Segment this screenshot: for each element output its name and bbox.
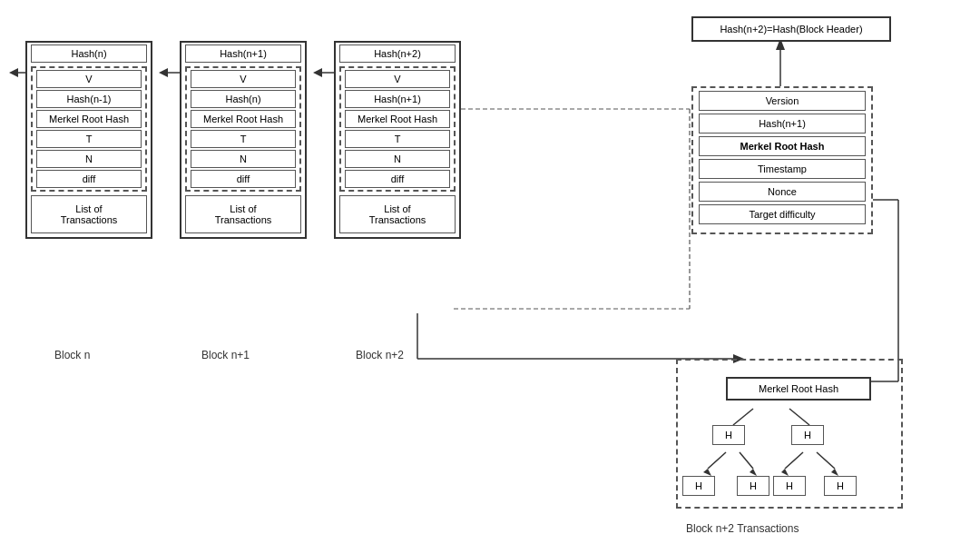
block-n-label: Block n (54, 349, 90, 361)
header-nonce: Nonce (699, 182, 866, 202)
block-n1-hash: Hash(n+1) (185, 45, 301, 63)
block-n1-t: T (191, 130, 296, 148)
block-n1-prevhash: Hash(n) (191, 90, 296, 108)
header-timestamp: Timestamp (699, 159, 866, 179)
merkle-h-l2-1: H (682, 476, 715, 496)
block-n2-transactions: List ofTransactions (339, 195, 456, 233)
block-n1-label: Block n+1 (201, 349, 250, 361)
block-n2-hash: Hash(n+2) (339, 45, 456, 63)
block-n-merkle: Merkel Root Hash (36, 110, 142, 128)
merkle-h-l2-3: H (773, 476, 806, 496)
header-target-difficulty: Target difficulty (699, 204, 866, 224)
block-n1-v: V (191, 70, 296, 88)
block-n1-n: N (191, 150, 296, 168)
block-n2-label: Block n+2 (356, 349, 404, 361)
hash-top-box: Hash(n+2)=Hash(Block Header) (691, 16, 891, 42)
block-n2-prevhash: Hash(n+1) (345, 90, 450, 108)
block-n-transactions: List ofTransactions (31, 195, 147, 233)
block-n-v: V (36, 70, 142, 88)
svg-marker-1 (9, 68, 18, 77)
header-hash-n1: Hash(n+1) (699, 114, 866, 134)
block-n-n: N (36, 150, 142, 168)
block-n2-diff: diff (345, 170, 450, 188)
block-n2-merkle: Merkel Root Hash (345, 110, 450, 128)
block-n1-transactions: List ofTransactions (185, 195, 301, 233)
svg-marker-5 (313, 68, 322, 77)
header-merkle: Merkel Root Hash (699, 136, 866, 156)
block-n1: Hash(n+1) V Hash(n) Merkel Root Hash T N… (180, 41, 307, 239)
block-n: Hash(n) V Hash(n-1) Merkel Root Hash T N… (25, 41, 152, 239)
merkle-h-l2-4: H (824, 476, 857, 496)
block-n-t: T (36, 130, 142, 148)
merkle-h-l2-2: H (737, 476, 769, 496)
block-n-diff: diff (36, 170, 142, 188)
block-n1-diff: diff (191, 170, 296, 188)
block-n2-v: V (345, 70, 450, 88)
block-n-prevhash: Hash(n-1) (36, 90, 142, 108)
block-header-box: Version Hash(n+1) Merkel Root Hash Times… (691, 86, 873, 234)
header-version: Version (699, 91, 866, 111)
merkle-h-l1-right: H (791, 425, 824, 445)
block-n2: Hash(n+2) V Hash(n+1) Merkel Root Hash T… (334, 41, 461, 239)
block-n2-n: N (345, 150, 450, 168)
svg-marker-3 (159, 68, 168, 77)
diagram-container: { "blocks": [ { "id": "block-n", "label"… (0, 0, 980, 544)
merkle-h-l1-left: H (712, 425, 745, 445)
merkle-caption: Block n+2 Transactions (686, 522, 799, 535)
block-n-hash: Hash(n) (31, 45, 147, 63)
block-n2-t: T (345, 130, 450, 148)
block-n1-merkle: Merkel Root Hash (191, 110, 296, 128)
